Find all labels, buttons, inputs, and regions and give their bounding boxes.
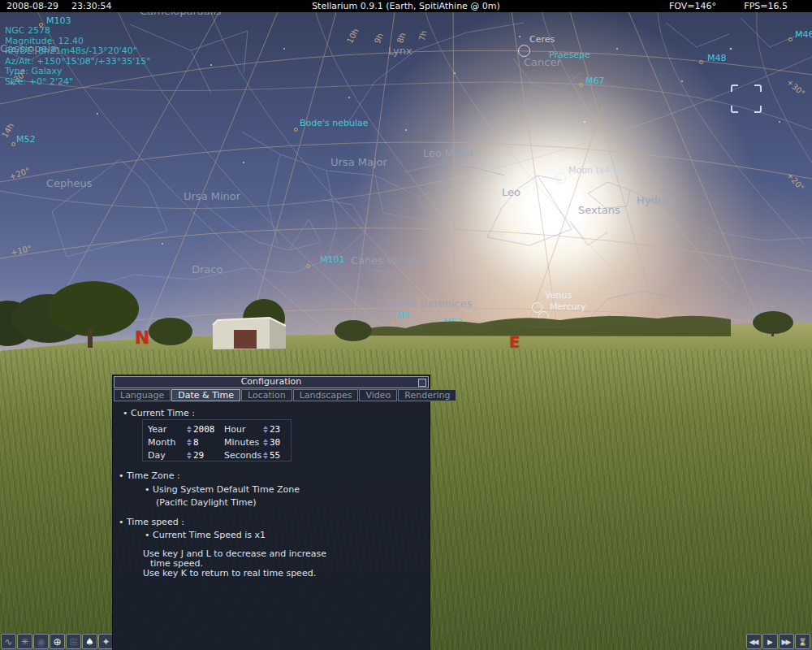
- time-field: Month 8: [148, 436, 224, 448]
- time-field-label: Minutes: [224, 437, 263, 448]
- spinner-icon[interactable]: [263, 426, 268, 433]
- dialog-title: Configuration: [241, 376, 302, 387]
- time-speed-line: • Current Time Speed is x1: [145, 530, 266, 540]
- current-time-header: • Current Time :: [123, 408, 195, 418]
- constellation-label: Leo Minor: [423, 147, 474, 159]
- dialog-tab[interactable]: Video: [359, 389, 397, 401]
- spinner-icon[interactable]: [263, 439, 268, 446]
- nebula-label: Bode's nebulae: [300, 118, 369, 128]
- time-field-value[interactable]: 23: [270, 424, 280, 435]
- dialog-tab[interactable]: Location: [241, 389, 292, 401]
- constellation-label: Sextans: [578, 204, 620, 216]
- m101-marker[interactable]: [306, 264, 310, 268]
- dialog-tab[interactable]: Date & Time: [171, 389, 240, 401]
- nebula-label: M52: [16, 134, 36, 145]
- constellation-lines-button[interactable]: ∿: [1, 634, 16, 649]
- dialog-tabs: LanguageDate & TimeLocationLandscapesVid…: [114, 389, 456, 401]
- time-field-label: Month: [148, 437, 187, 448]
- object-info-panel: NGC 2578Magnitude: 12.40RA/DE: 8h21m48s/…: [5, 26, 150, 88]
- time-fields: Year 2008 Month 8 Day 29 Hour: [142, 419, 292, 462]
- time-field: Day 29: [148, 448, 224, 462]
- dialog-tab[interactable]: Rendering: [398, 389, 456, 401]
- object-label: Ceres: [529, 34, 555, 45]
- azimuthal-grid-button[interactable]: ⊞: [66, 634, 81, 649]
- time-field-value[interactable]: 2008: [193, 424, 215, 435]
- time-field-value[interactable]: 29: [193, 450, 204, 461]
- decrease-time-speed-button[interactable]: ◀◀: [746, 634, 762, 649]
- moon-marker[interactable]: [555, 173, 566, 184]
- time-field: Hour 23: [224, 422, 294, 436]
- ceres-marker[interactable]: [518, 45, 530, 57]
- increase-time-speed-button[interactable]: ▶▶: [779, 634, 794, 649]
- m67-marker[interactable]: [579, 83, 583, 87]
- nebulae-button[interactable]: ◉: [33, 634, 49, 649]
- constellation-label: Leo: [502, 186, 520, 198]
- object-label: Mars: [540, 321, 562, 332]
- display-toolbar: ∿✳◉⊕⊞♠✦: [1, 634, 114, 649]
- time-control-toolbar: ◀◀▶▶▶⌛: [746, 634, 810, 649]
- object-info-line: RA/DE: 8h21m48s/-13°20'40": [5, 46, 150, 57]
- time-field-value[interactable]: 55: [270, 450, 280, 461]
- constellation-label: Crater: [605, 313, 638, 325]
- time-field-label: Seconds: [224, 450, 263, 461]
- close-icon[interactable]: [418, 379, 426, 387]
- constellation-label: Ursa Minor: [184, 190, 240, 202]
- mercury-marker[interactable]: [538, 311, 549, 322]
- constellation-label: Lynx: [388, 45, 412, 57]
- spinner-icon[interactable]: [187, 426, 192, 433]
- time-field: Seconds 55: [224, 448, 294, 462]
- nebula-label: M67: [585, 76, 605, 86]
- time-speed-header: • Time speed :: [119, 517, 184, 527]
- return-to-now-button[interactable]: ⌛: [795, 634, 810, 649]
- status-fps: FPS=16.5: [744, 0, 788, 12]
- equatorial-grid-button[interactable]: ⊕: [50, 634, 65, 649]
- constellation-label: Canes Venatici: [351, 254, 429, 266]
- real-time-speed-button[interactable]: ▶: [762, 634, 778, 649]
- constellation-label: Ursa Major: [330, 156, 387, 168]
- stellarium-app: CamelopardalisCassiopeiaLynxCancerCepheu…: [0, 0, 812, 650]
- time-field-label: Day: [148, 450, 187, 461]
- cardinal-east-label: E: [509, 332, 520, 352]
- nebula-label: M101: [320, 254, 345, 265]
- status-fov: FOV=146°: [669, 0, 716, 12]
- spinner-icon[interactable]: [263, 452, 268, 459]
- spinner-icon[interactable]: [187, 452, 192, 459]
- object-info-line: NGC 2578: [5, 26, 150, 37]
- object-info-line: Size: +0° 2'24": [5, 77, 150, 88]
- spinner-icon[interactable]: [187, 439, 192, 446]
- time-field-value[interactable]: 30: [270, 437, 280, 448]
- time-zone-line: (Pacific Daylight Time): [156, 497, 257, 508]
- status-bar: 2008-08-29 23:30:54 Stellarium 0.9.1 (Ea…: [0, 0, 812, 12]
- constellation-labels-button[interactable]: ✳: [17, 634, 32, 649]
- time-zone-header: • Time Zone :: [119, 470, 180, 481]
- constellation-label: Hydra: [637, 194, 668, 206]
- time-field: Year 2008: [148, 422, 224, 436]
- constellation-label: Draco: [192, 263, 222, 275]
- time-field-value[interactable]: 8: [193, 437, 199, 448]
- nebula-label: M46: [795, 29, 812, 40]
- m48-marker[interactable]: [699, 60, 703, 64]
- cardinal-north-label: N: [135, 327, 149, 348]
- time-zone-line: • Using System Default Time Zone: [145, 484, 300, 495]
- m3-marker[interactable]: [391, 320, 395, 324]
- bodes-marker[interactable]: [294, 128, 298, 132]
- dialog-titlebar[interactable]: Configuration: [114, 376, 429, 388]
- object-label: Mercury: [550, 301, 586, 312]
- m46-marker[interactable]: [788, 37, 793, 41]
- m52-marker[interactable]: [11, 142, 15, 146]
- ground-button[interactable]: ♠: [82, 634, 97, 649]
- dialog-tab[interactable]: Landscapes: [293, 389, 359, 401]
- object-label: Moon (x4.0): [568, 165, 622, 176]
- nebula-label: M53: [443, 317, 463, 327]
- time-field: Minutes 30: [224, 436, 294, 448]
- dialog-tab[interactable]: Language: [114, 389, 171, 401]
- object-label: Venus: [545, 290, 572, 301]
- nebula-label: M48: [707, 53, 727, 63]
- configuration-dialog[interactable]: Configuration LanguageDate & TimeLocatio…: [112, 375, 430, 650]
- nebula-label: M3: [396, 310, 410, 321]
- m53-marker[interactable]: [437, 325, 441, 329]
- time-field-label: Hour: [224, 424, 263, 435]
- constellation-label: Cepheus: [46, 177, 93, 189]
- object-label: Praesepe: [549, 50, 590, 60]
- help-line: Use key K to return to real time speed.: [143, 568, 316, 578]
